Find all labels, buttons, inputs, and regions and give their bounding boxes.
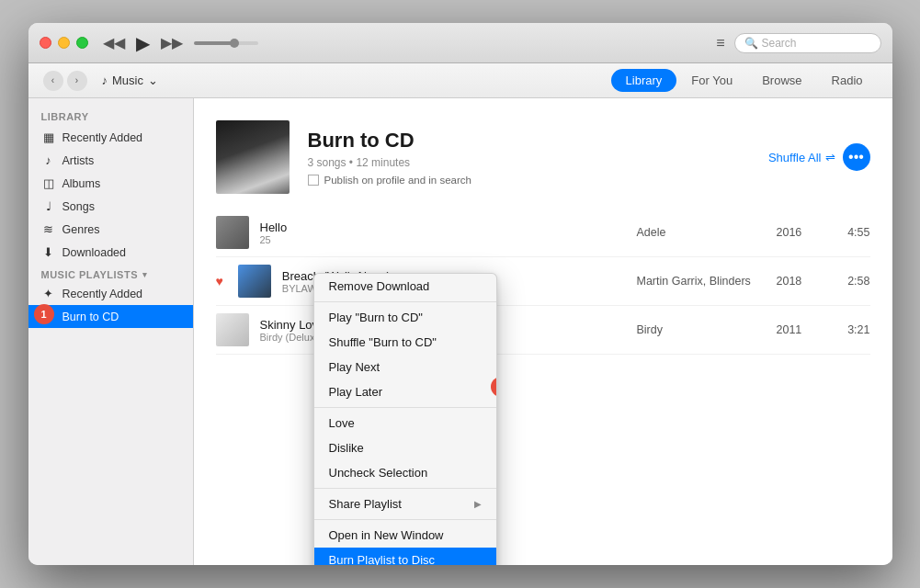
song-list: Hello 25 Adele 2016 4:55 ♥ Breach (Walk … xyxy=(194,209,892,355)
song-thumbnail xyxy=(216,216,249,249)
ctx-remove-download[interactable]: Remove Download xyxy=(314,274,496,299)
genres-icon: ≋ xyxy=(41,222,56,236)
chevron-right-icon: ▶ xyxy=(474,499,482,509)
close-button[interactable] xyxy=(40,37,51,49)
ctx-uncheck-selection[interactable]: Uncheck Selection xyxy=(314,460,496,485)
song-subtitle: 25 xyxy=(260,234,626,245)
ctx-shuffle-playlist[interactable]: Shuffle "Burn to CD" xyxy=(314,330,496,355)
sidebar-item-artists[interactable]: ♪ Artists xyxy=(28,149,193,172)
publish-label: Publish on profile and in search xyxy=(324,175,471,186)
album-meta: 3 songs • 12 minutes xyxy=(308,156,471,169)
album-actions: Shuffle All ⇌ ••• xyxy=(768,143,870,171)
shuffle-label: Shuffle All xyxy=(768,151,822,164)
tab-library[interactable]: Library xyxy=(611,69,677,92)
ctx-burn-playlist[interactable]: Burn Playlist to Disc xyxy=(314,548,496,565)
badge-2-container: 2 xyxy=(491,377,497,397)
song-title: Hello xyxy=(260,220,626,234)
album-art xyxy=(216,120,290,194)
playback-controls: ◀◀ ▶ ▶▶ xyxy=(103,32,258,54)
maximize-button[interactable] xyxy=(76,37,88,49)
chevron-down-icon: ▾ xyxy=(142,270,148,279)
publish-row: Publish on profile and in search xyxy=(308,175,471,186)
main-window: ◀◀ ▶ ▶▶ ≡ 🔍 Search ‹ › ♪ Music ⌄ Library xyxy=(28,23,892,565)
song-duration: 3:21 xyxy=(834,323,870,336)
sidebar-item-label: Artists xyxy=(62,154,95,167)
ctx-dislike[interactable]: Dislike xyxy=(314,435,496,460)
search-icon: 🔍 xyxy=(744,37,758,50)
star-icon: ✦ xyxy=(41,287,56,300)
grid-icon: ▦ xyxy=(41,130,56,144)
sidebar-item-label: Genres xyxy=(62,223,100,236)
search-box[interactable]: 🔍 Search xyxy=(734,33,881,53)
song-thumbnail xyxy=(238,265,271,298)
tab-for-you[interactable]: For You xyxy=(676,69,747,92)
song-year: 2018 xyxy=(777,275,823,288)
heart-icon: ♥ xyxy=(216,274,223,288)
album-info: Burn to CD 3 songs • 12 minutes Publish … xyxy=(308,129,471,186)
ctx-divider xyxy=(314,301,496,302)
ctx-play-later[interactable]: Play Later xyxy=(314,379,496,404)
sidebar-item-albums[interactable]: ◫ Albums xyxy=(28,172,193,195)
publish-checkbox[interactable] xyxy=(308,175,319,186)
music-dropdown[interactable]: ♪ Music ⌄ xyxy=(102,74,158,87)
album-title: Burn to CD xyxy=(308,129,471,153)
list-view-icon[interactable]: ≡ xyxy=(716,35,724,51)
ctx-divider xyxy=(314,407,496,408)
nav-buttons: ‹ › xyxy=(43,71,87,91)
sidebar-item-genres[interactable]: ≋ Genres xyxy=(28,218,193,241)
chevron-down-icon: ⌄ xyxy=(148,74,158,87)
search-placeholder: Search xyxy=(762,37,797,50)
song-thumbnail xyxy=(216,313,249,346)
ctx-open-new-window[interactable]: Open in New Window xyxy=(314,523,496,548)
music-note-icon: ♪ xyxy=(102,74,108,87)
sidebar-item-downloaded[interactable]: ⬇ Downloaded xyxy=(28,241,193,264)
sidebar-item-label: Songs xyxy=(62,200,95,213)
badge-1: 1 xyxy=(34,304,54,324)
tab-browse[interactable]: Browse xyxy=(747,69,816,92)
forward-button[interactable]: › xyxy=(67,71,87,91)
song-artist: Adele xyxy=(637,226,766,239)
main-area: Library ▦ Recently Added ♪ Artists ◫ Alb… xyxy=(28,98,892,565)
song-info: Hello 25 xyxy=(260,220,626,245)
library-section-title: Library xyxy=(28,107,193,126)
sidebar-item-label: Albums xyxy=(62,177,101,190)
sidebar-item-playlist-recently-added[interactable]: ✦ Recently Added xyxy=(28,282,193,305)
tab-radio[interactable]: Radio xyxy=(817,69,878,92)
ctx-divider xyxy=(314,488,496,489)
playlists-section-title: Music Playlists xyxy=(41,269,139,280)
minimize-button[interactable] xyxy=(58,37,70,49)
ctx-play-next[interactable]: Play Next xyxy=(314,355,496,379)
sidebar-item-label: Downloaded xyxy=(62,246,127,259)
playlists-section-header[interactable]: Music Playlists ▾ xyxy=(28,264,193,282)
sidebar-item-label: Recently Added xyxy=(62,288,143,300)
sidebar-item-label: Recently Added xyxy=(62,131,143,144)
titlebar: ◀◀ ▶ ▶▶ ≡ 🔍 Search xyxy=(28,23,892,63)
artist-icon: ♪ xyxy=(41,153,56,167)
sidebar-item-recently-added[interactable]: ▦ Recently Added xyxy=(28,126,193,149)
context-menu: Remove Download Play "Burn to CD" Shuffl… xyxy=(313,273,497,565)
albums-icon: ◫ xyxy=(41,176,56,190)
sidebar-item-label: Burn to CD xyxy=(62,311,119,323)
back-button[interactable]: ‹ xyxy=(43,71,63,91)
song-duration: 2:58 xyxy=(834,275,870,288)
ctx-share-playlist[interactable]: Share Playlist ▶ xyxy=(314,492,496,516)
more-options-button[interactable]: ••• xyxy=(843,143,870,171)
sidebar-item-songs[interactable]: ♩ Songs xyxy=(28,195,193,218)
volume-slider[interactable] xyxy=(194,41,258,45)
ctx-divider xyxy=(314,519,496,520)
song-artist: Birdy xyxy=(637,323,766,336)
song-row[interactable]: Hello 25 Adele 2016 4:55 xyxy=(216,209,870,257)
download-icon: ⬇ xyxy=(41,245,56,259)
album-art-image xyxy=(216,120,290,194)
shuffle-all-button[interactable]: Shuffle All ⇌ xyxy=(768,151,835,164)
ctx-love[interactable]: Love xyxy=(314,411,496,435)
rewind-button[interactable]: ◀◀ xyxy=(103,34,125,51)
song-year: 2011 xyxy=(777,323,823,336)
song-artist: Martin Garrix, Blinders xyxy=(637,275,766,288)
play-button[interactable]: ▶ xyxy=(136,32,150,54)
ctx-play-playlist[interactable]: Play "Burn to CD" xyxy=(314,305,496,330)
titlebar-right: ≡ 🔍 Search xyxy=(716,33,880,53)
fast-forward-button[interactable]: ▶▶ xyxy=(161,34,183,51)
traffic-lights xyxy=(40,37,88,49)
album-header: Burn to CD 3 songs • 12 minutes Publish … xyxy=(194,98,892,209)
